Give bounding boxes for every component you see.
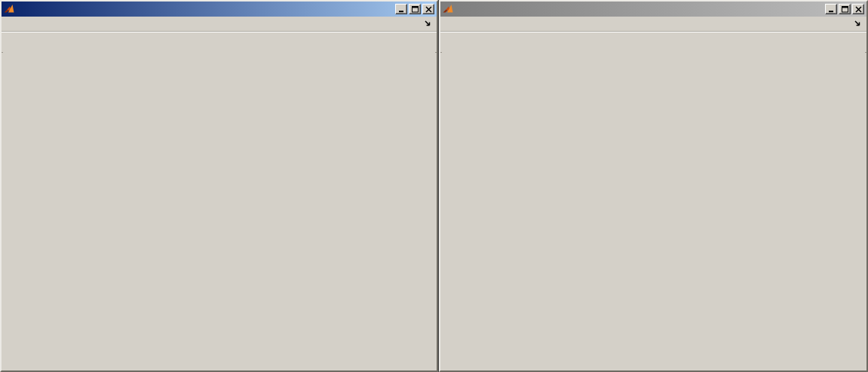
figure2-window <box>439 0 868 372</box>
figure1-window <box>0 0 438 372</box>
figure2-menubar <box>440 17 866 32</box>
figure1-canvas <box>3 51 435 369</box>
matlab-icon <box>4 4 15 14</box>
minimize-button[interactable] <box>825 4 837 14</box>
close-button[interactable] <box>422 4 434 14</box>
minimize-button[interactable] <box>395 4 407 14</box>
figure2-titlebar[interactable] <box>440 2 866 17</box>
figure1-menubar <box>2 17 437 32</box>
phase-degrees-plot[interactable] <box>3 222 438 372</box>
matlab-icon <box>443 4 454 14</box>
figure1-toolbar <box>2 32 437 53</box>
bode-phase-plot[interactable] <box>442 219 868 372</box>
dock-figure-arrow-icon[interactable] <box>854 20 861 29</box>
figure2-canvas <box>442 51 865 369</box>
abs-magnitude-plot[interactable] <box>3 51 438 211</box>
figure1-titlebar[interactable] <box>2 2 437 17</box>
maximize-button[interactable] <box>839 4 851 14</box>
maximize-button[interactable] <box>409 4 421 14</box>
screen <box>0 0 868 372</box>
figure2-toolbar <box>440 32 866 53</box>
bode-magnitude-plot[interactable] <box>442 51 868 219</box>
dock-figure-arrow-icon[interactable] <box>424 20 431 29</box>
close-button[interactable] <box>852 4 864 14</box>
